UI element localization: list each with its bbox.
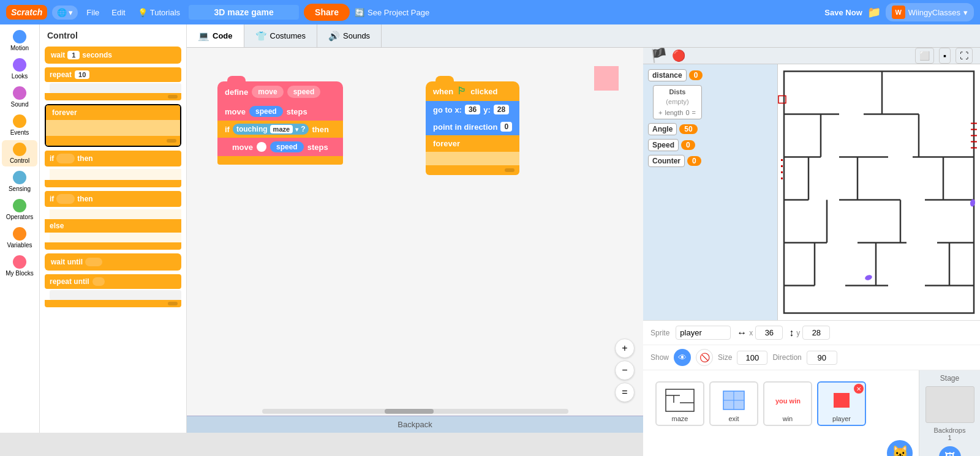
add-sprite-icon: 🐱 xyxy=(892,445,908,456)
zoom-out-icon: − xyxy=(622,365,627,376)
sprite-thumb-exit[interactable]: exit xyxy=(709,381,758,426)
category-myblocks[interactable]: My Blocks xyxy=(2,253,37,279)
share-button[interactable]: Share xyxy=(304,4,350,21)
see-project-button[interactable]: 🔄 See Project Page xyxy=(355,8,429,17)
goto-block[interactable]: go to x: 36 y: 28 xyxy=(426,101,519,118)
tutorials-button[interactable]: 💡 Tutorials xyxy=(134,6,184,20)
right-top-bar: 🏴 🔴 ⬜ ▪ ⛶ xyxy=(643,48,980,64)
point-direction-block[interactable]: point in direction 0 xyxy=(426,118,519,135)
move-speed-block[interactable]: move speed steps xyxy=(217,102,343,121)
win-sprite-image: you win xyxy=(769,386,806,414)
category-control[interactable]: Control xyxy=(2,140,37,166)
repeat-bottom xyxy=(45,93,181,100)
sprite-thumb-player[interactable]: ✕ player xyxy=(817,381,866,426)
y-coord-input[interactable] xyxy=(802,326,830,340)
repeat-block[interactable]: repeat 10 xyxy=(45,67,181,82)
when-flag-hat[interactable]: when 🏳 clicked xyxy=(426,81,519,101)
category-sound[interactable]: Sound xyxy=(2,84,37,110)
forever-body xyxy=(46,120,180,136)
blocks-panel-title: Control xyxy=(45,31,181,40)
stage-thumbnail[interactable] xyxy=(925,386,974,423)
x-coord-input[interactable] xyxy=(755,326,783,340)
sprites-and-stage: maze xyxy=(643,370,980,456)
add-sprite-button[interactable]: 🐱 xyxy=(887,440,913,456)
define-arg-speed: speed xyxy=(287,86,321,98)
if-else-block[interactable]: if then xyxy=(45,191,181,207)
category-looks[interactable]: Looks xyxy=(2,56,37,82)
fit-button[interactable]: = xyxy=(615,383,635,402)
tab-code[interactable]: 💻 Code xyxy=(187,24,244,47)
if-touching-block[interactable]: if touching maze ▾ ? then xyxy=(217,121,343,138)
forever-canvas-bottom xyxy=(426,165,519,175)
blocks-panel: Control wait 1 seconds repeat 10 forever xyxy=(40,24,187,433)
main-layout: Motion Looks Sound Events Control Sensin… xyxy=(0,24,980,433)
normal-stage-button[interactable]: ▪ xyxy=(939,48,951,64)
zoom-in-button[interactable]: + xyxy=(615,338,635,358)
move-circle xyxy=(257,142,266,152)
canvas-scroll[interactable] xyxy=(187,408,643,414)
sensing-dot xyxy=(13,171,26,184)
file-menu[interactable]: File xyxy=(83,6,103,20)
fullscreen-button[interactable]: ⛶ xyxy=(956,48,973,64)
sprite-thumb-maze[interactable]: maze xyxy=(655,381,704,426)
add-backdrop-button[interactable]: 🖼 xyxy=(939,446,961,456)
category-variables[interactable]: Variables xyxy=(2,225,37,251)
right-panel: 🏴 🔴 ⬜ ▪ ⛶ xyxy=(643,48,980,433)
backpack-bar[interactable]: Backpack xyxy=(187,416,643,433)
define-hat[interactable]: define move speed xyxy=(217,81,343,102)
wait-until-block[interactable]: wait until xyxy=(45,253,181,271)
show-label: Show xyxy=(650,353,669,362)
sprite-name-input[interactable] xyxy=(676,326,731,340)
folder-icon-button[interactable]: 📁 xyxy=(867,6,881,19)
tab-sounds[interactable]: 🔊 Sounds xyxy=(317,24,382,47)
size-label: Size xyxy=(718,353,732,362)
size-input[interactable] xyxy=(737,351,767,365)
sprite-thumb-win[interactable]: you win win xyxy=(763,381,812,426)
var-val-angle: 50 xyxy=(679,124,697,134)
var-name-counter: Counter xyxy=(648,155,685,167)
forever-notch xyxy=(167,139,176,143)
forever-block-canvas[interactable]: forever xyxy=(426,135,519,175)
category-operators[interactable]: Operators xyxy=(2,196,37,223)
canvas-controls: + − = xyxy=(615,338,635,402)
var-name-speed: Speed xyxy=(648,139,679,151)
svg-text:you win: you win xyxy=(775,397,801,405)
delete-player-button[interactable]: ✕ xyxy=(854,384,864,394)
user-badge[interactable]: W WiingyClasses ▾ xyxy=(886,3,974,21)
backdrops-label: Backdrops xyxy=(923,427,976,434)
tab-costumes[interactable]: 👕 Costumes xyxy=(244,24,318,47)
zoom-out-button[interactable]: − xyxy=(615,361,635,380)
scratch-logo[interactable]: Scratch xyxy=(6,5,47,20)
direction-input[interactable] xyxy=(807,351,837,365)
green-flag-button[interactable]: 🏴 xyxy=(650,48,667,64)
repeat-until-bottom xyxy=(45,300,181,307)
show-visible-button[interactable]: 👁 xyxy=(674,349,691,366)
repeat-block-container: repeat 10 xyxy=(45,67,181,100)
if-block[interactable]: if then xyxy=(45,151,181,166)
category-motion[interactable]: Motion xyxy=(2,28,37,54)
repeat-until-block[interactable]: repeat until xyxy=(45,274,181,289)
exit-sprite-image xyxy=(715,386,752,414)
save-now-button[interactable]: Save Now xyxy=(824,8,862,17)
maze-svg xyxy=(778,64,980,320)
expand-stage-button[interactable]: ⬜ xyxy=(915,48,934,64)
looks-label: Looks xyxy=(12,73,28,80)
project-name-input[interactable] xyxy=(189,5,299,20)
forever-block-selected[interactable]: forever xyxy=(45,104,181,147)
var-row-counter: Counter 0 xyxy=(648,155,772,167)
categories-panel: Motion Looks Sound Events Control Sensin… xyxy=(0,24,40,433)
forever-canvas-body xyxy=(426,152,519,165)
globe-button[interactable]: 🌐 ▾ xyxy=(52,6,78,20)
stop-button[interactable]: 🔴 xyxy=(672,49,685,62)
pink-sprite-placeholder xyxy=(594,66,619,91)
inner-move-block[interactable]: move speed steps xyxy=(217,138,343,156)
category-sensing[interactable]: Sensing xyxy=(2,168,37,195)
wait-block[interactable]: wait 1 seconds xyxy=(45,47,181,64)
edit-menu[interactable]: Edit xyxy=(108,6,129,20)
motion-dot xyxy=(13,30,26,43)
expand-icon: ⬜ xyxy=(919,51,930,61)
var-row-distance: distance 0 xyxy=(648,69,772,81)
category-events[interactable]: Events xyxy=(2,112,37,138)
show-hidden-button[interactable]: 🚫 xyxy=(696,349,713,366)
show-row: Show 👁 🚫 Size Direction xyxy=(643,345,980,370)
